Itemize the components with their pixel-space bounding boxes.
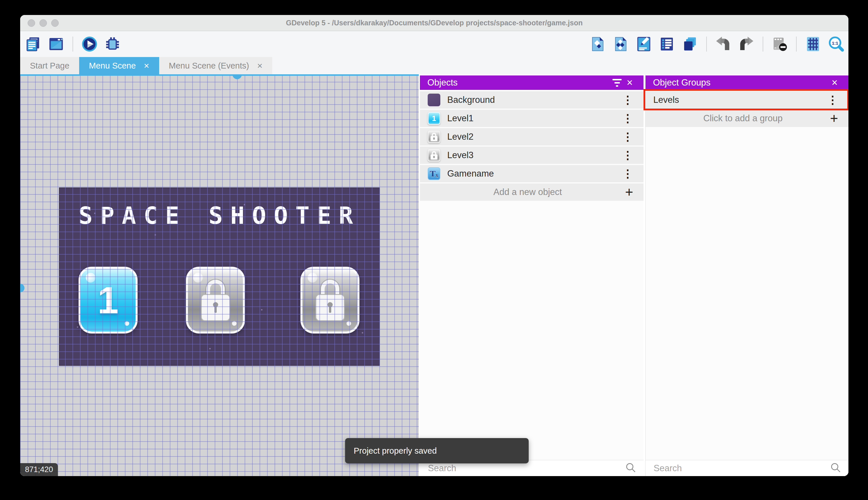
row-menu-icon[interactable]: ⋮ <box>622 133 633 141</box>
search-icon <box>624 462 637 475</box>
row-menu-icon[interactable]: ⋮ <box>827 95 838 104</box>
toolbar-separator <box>706 37 707 52</box>
scene-background-instance[interactable]: SPACE SHOOTER 1 <box>59 188 380 366</box>
toolbar-separator <box>796 37 797 52</box>
window-title: GDevelop 5 - /Users/dkarakay/Documents/G… <box>20 19 848 27</box>
cursor-coordinates: 871;420 <box>20 463 58 476</box>
level3-button-instance[interactable] <box>301 267 360 333</box>
group-row-levels[interactable]: Levels ⋮ <box>646 91 848 109</box>
object-row-level3[interactable]: Level3 ⋮ <box>420 147 644 164</box>
gloss-dot <box>232 321 237 326</box>
tab-bar: Start Page Menu Scene × Menu Scene (Even… <box>20 57 848 74</box>
properties-icon[interactable] <box>635 36 652 53</box>
toolbar-separator <box>763 37 763 52</box>
toolbar-separator <box>72 37 73 52</box>
zoom-1-1-icon[interactable]: 1:1 <box>828 36 844 53</box>
objects-panel: Objects × Background ⋮ 1 Level1 ⋮ <box>420 74 644 476</box>
filter-icon[interactable] <box>611 76 623 89</box>
save-toast: Project properly saved <box>345 438 529 463</box>
close-window-button[interactable] <box>28 19 35 27</box>
objects-panel-header: Objects × <box>420 76 644 90</box>
level1-sprite-icon: 1 <box>428 112 440 125</box>
grid-icon[interactable] <box>805 36 821 53</box>
title-bar: GDevelop 5 - /Users/dkarakay/Documents/G… <box>20 15 848 31</box>
content-area: SPACE SHOOTER 1 <box>20 74 848 476</box>
objects-search-input[interactable] <box>428 463 624 474</box>
add-group-button[interactable]: Click to add a group + <box>646 110 848 127</box>
toggle-mask-icon[interactable] <box>771 36 788 53</box>
row-menu-icon[interactable]: ⋮ <box>622 114 633 123</box>
object-row-gamename[interactable]: Tx Gamename ⋮ <box>420 165 644 182</box>
start-page-icon[interactable] <box>48 36 64 53</box>
object-row-background[interactable]: Background ⋮ <box>420 91 644 109</box>
locked-sprite-icon <box>428 130 440 143</box>
scene-title-text: SPACE SHOOTER <box>60 202 379 229</box>
tab-label: Start Page <box>30 61 69 70</box>
object-groups-panel-title: Object Groups <box>653 78 828 88</box>
tab-label: Menu Scene (Events) <box>169 61 249 70</box>
gloss-dot <box>347 321 351 326</box>
close-panel-icon[interactable]: × <box>828 76 841 89</box>
horizontal-scrollbar-track[interactable] <box>20 74 419 76</box>
screenshot-root: GDevelop 5 - /Users/dkarakay/Documents/G… <box>0 0 868 500</box>
zoom-window-button[interactable] <box>51 19 59 27</box>
undo-icon[interactable] <box>715 36 731 53</box>
objects-editor-icon[interactable] <box>589 36 606 53</box>
scene-canvas[interactable]: SPACE SHOOTER 1 <box>20 74 419 476</box>
padlock-icon <box>198 280 233 323</box>
locked-sprite-icon <box>428 149 440 162</box>
close-panel-icon[interactable]: × <box>623 76 636 89</box>
plus-icon: + <box>830 112 838 125</box>
objects-panel-title: Objects <box>427 78 611 88</box>
tab-menu-scene[interactable]: Menu Scene × <box>79 57 159 74</box>
groups-search-row <box>646 460 848 476</box>
toolbar-left-group <box>25 36 121 53</box>
tab-menu-scene-events[interactable]: Menu Scene (Events) × <box>159 57 272 74</box>
background-sprite-icon <box>428 94 440 106</box>
main-toolbar: 1:1 <box>20 31 848 57</box>
row-menu-icon[interactable]: ⋮ <box>622 95 633 104</box>
project-manager-icon[interactable] <box>25 36 42 53</box>
level1-button-instance[interactable]: 1 <box>79 267 138 333</box>
row-menu-icon[interactable]: ⋮ <box>622 151 633 160</box>
padlock-icon <box>313 280 348 323</box>
minimize-window-button[interactable] <box>39 19 47 27</box>
object-groups-panel: Object Groups × Levels ⋮ Click to add a … <box>645 74 848 476</box>
add-object-button[interactable]: Add a new object + <box>420 183 644 201</box>
svg-text:1:1: 1:1 <box>832 41 838 46</box>
instances-list-icon[interactable] <box>658 36 675 53</box>
close-tab-icon[interactable]: × <box>257 61 262 70</box>
groups-search-input[interactable] <box>654 463 830 474</box>
row-menu-icon[interactable]: ⋮ <box>622 169 633 178</box>
toast-message: Project properly saved <box>354 446 437 456</box>
plus-icon: + <box>625 185 633 199</box>
vertical-scrollbar-knob[interactable] <box>20 284 24 292</box>
tab-label: Menu Scene <box>89 61 136 70</box>
text-object-icon: Tx <box>428 167 440 180</box>
play-icon[interactable] <box>81 36 98 53</box>
close-tab-icon[interactable]: × <box>144 61 149 70</box>
horizontal-scrollbar-knob[interactable] <box>233 74 242 79</box>
object-row-level2[interactable]: Level2 ⋮ <box>420 128 644 146</box>
object-groups-panel-header: Object Groups × <box>646 76 848 90</box>
layers-icon[interactable] <box>681 36 698 53</box>
gloss-dot <box>125 321 129 326</box>
object-groups-editor-icon[interactable] <box>612 36 629 53</box>
level2-button-instance[interactable] <box>186 267 245 333</box>
search-icon <box>830 462 842 475</box>
debug-icon[interactable] <box>104 36 121 53</box>
gdevelop-window: GDevelop 5 - /Users/dkarakay/Documents/G… <box>20 15 848 476</box>
traffic-lights <box>28 15 59 31</box>
object-row-level1[interactable]: 1 Level1 ⋮ <box>420 110 644 127</box>
redo-icon[interactable] <box>738 36 754 53</box>
tab-start-page[interactable]: Start Page <box>20 57 79 74</box>
toolbar-right-group: 1:1 <box>589 36 844 53</box>
